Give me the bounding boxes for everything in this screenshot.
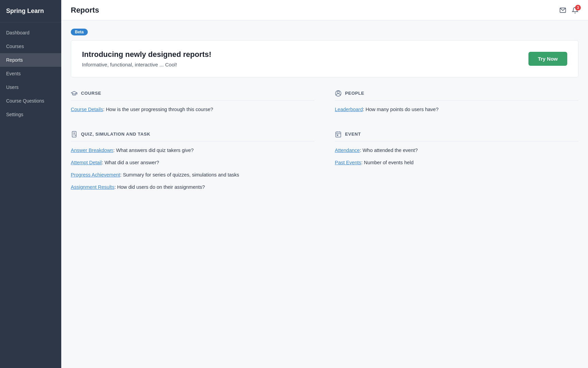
report-sections-grid: COURSE Course Details: How is the user p… bbox=[71, 90, 578, 196]
intro-subtext: Informative, functional, interactive ...… bbox=[82, 62, 211, 67]
intro-card-text: Introducing newly designed reports! Info… bbox=[82, 50, 211, 67]
attempt-detail-link[interactable]: Attempt Detail bbox=[71, 160, 102, 165]
course-section-title: COURSE bbox=[81, 91, 101, 96]
topbar: Reports 3 bbox=[61, 0, 588, 20]
person-circle-icon bbox=[335, 90, 342, 97]
course-section-header: COURSE bbox=[71, 90, 314, 101]
past-events-desc: : Number of events held bbox=[361, 160, 413, 165]
event-section-title: EVENT bbox=[345, 132, 361, 137]
attempt-detail-row: Attempt Detail: What did a user answer? bbox=[71, 159, 314, 167]
people-section-title: PEOPLE bbox=[345, 91, 364, 96]
course-details-row: Course Details: How is the user progress… bbox=[71, 106, 314, 113]
course-details-desc: : How is the user progressing through th… bbox=[103, 107, 213, 112]
event-section: EVENT Attendance: Who attended the event… bbox=[335, 131, 578, 196]
mail-icon-button[interactable] bbox=[559, 7, 566, 14]
main-content: Reports 3 Beta bbox=[61, 0, 588, 368]
svg-rect-8 bbox=[337, 135, 338, 136]
progress-achievement-desc: : Summary for series of quizzes, simulat… bbox=[120, 172, 239, 178]
course-section: COURSE Course Details: How is the user p… bbox=[71, 90, 314, 118]
quiz-section: QUIZ, SIMULATION AND TASK Answer Breakdo… bbox=[71, 131, 314, 196]
attendance-link[interactable]: Attendance bbox=[335, 148, 360, 153]
app-logo: Spring Learn bbox=[0, 0, 61, 22]
calendar-event-icon bbox=[335, 131, 342, 138]
quiz-section-header: QUIZ, SIMULATION AND TASK bbox=[71, 131, 314, 141]
page-title: Reports bbox=[71, 6, 99, 15]
sidebar-item-events[interactable]: Events bbox=[0, 67, 61, 80]
notification-badge: 3 bbox=[575, 5, 581, 11]
page-content: Beta Introducing newly designed reports!… bbox=[61, 20, 588, 368]
sidebar: Spring Learn Dashboard Courses Reports E… bbox=[0, 0, 61, 368]
sidebar-item-reports[interactable]: Reports bbox=[0, 53, 61, 67]
leaderboard-desc: : How many points do users have? bbox=[363, 107, 438, 112]
sidebar-nav: Dashboard Courses Reports Events Users C… bbox=[0, 22, 61, 125]
attempt-detail-desc: : What did a user answer? bbox=[102, 160, 159, 165]
answer-breakdown-desc: : What answers did quiz takers give? bbox=[113, 148, 194, 153]
past-events-row: Past Events: Number of events held bbox=[335, 159, 578, 167]
attendance-row: Attendance: Who attended the event? bbox=[335, 147, 578, 154]
sidebar-item-dashboard[interactable]: Dashboard bbox=[0, 26, 61, 40]
event-section-header: EVENT bbox=[335, 131, 578, 141]
people-section-header: PEOPLE bbox=[335, 90, 578, 101]
past-events-link[interactable]: Past Events bbox=[335, 160, 361, 165]
sidebar-item-settings[interactable]: Settings bbox=[0, 108, 61, 121]
answer-breakdown-row: Answer Breakdown: What answers did quiz … bbox=[71, 147, 314, 154]
sidebar-item-course-questions[interactable]: Course Questions bbox=[0, 94, 61, 108]
progress-achievement-row: Progress Achievement: Summary for series… bbox=[71, 171, 314, 179]
sidebar-item-courses[interactable]: Courses bbox=[0, 40, 61, 53]
answer-breakdown-link[interactable]: Answer Breakdown bbox=[71, 148, 113, 153]
notification-icon-button[interactable]: 3 bbox=[572, 7, 578, 14]
beta-badge: Beta bbox=[71, 29, 88, 35]
clipboard-edit-icon bbox=[71, 131, 78, 138]
attendance-desc: : Who attended the event? bbox=[360, 148, 418, 153]
course-details-link[interactable]: Course Details bbox=[71, 107, 103, 112]
leaderboard-row: Leaderboard: How many points do users ha… bbox=[335, 106, 578, 113]
try-now-button[interactable]: Try Now bbox=[528, 52, 567, 66]
assignment-results-link[interactable]: Assignment Results bbox=[71, 184, 114, 190]
assignment-results-row: Assignment Results: How did users do on … bbox=[71, 184, 314, 191]
people-section: PEOPLE Leaderboard: How many points do u… bbox=[335, 90, 578, 118]
svg-point-1 bbox=[337, 91, 340, 94]
graduation-cap-icon bbox=[71, 90, 78, 97]
sidebar-item-users[interactable]: Users bbox=[0, 80, 61, 94]
intro-card: Introducing newly designed reports! Info… bbox=[71, 40, 578, 77]
intro-heading: Introducing newly designed reports! bbox=[82, 50, 211, 59]
progress-achievement-link[interactable]: Progress Achievement bbox=[71, 172, 120, 178]
quiz-section-title: QUIZ, SIMULATION AND TASK bbox=[81, 132, 150, 137]
leaderboard-link[interactable]: Leaderboard bbox=[335, 107, 363, 112]
assignment-results-desc: : How did users do on their assignments? bbox=[114, 184, 205, 190]
topbar-icons: 3 bbox=[559, 7, 578, 14]
